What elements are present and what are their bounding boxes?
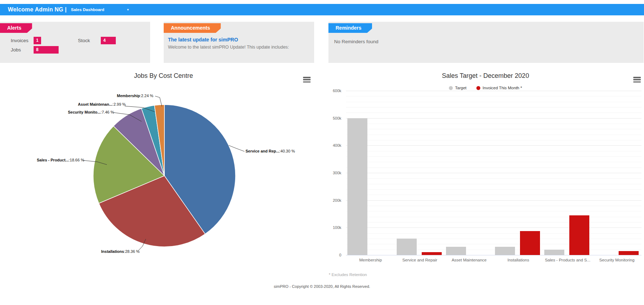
alert-item-stock: Stock 4 — [78, 37, 143, 44]
bar-target-service-and-repair[interactable] — [397, 239, 417, 255]
copyright-text: simPRO - Copyright © 2003-2020, All Righ… — [0, 284, 644, 289]
minor-gridline — [346, 102, 641, 102]
bar-chart-legend: Target Invoiced This Month * — [327, 86, 644, 90]
y-axis-tick-label: 0 — [322, 253, 341, 257]
y-axis-tick-label: 600k — [322, 89, 341, 93]
minor-gridline — [346, 244, 641, 244]
bar-target-installations[interactable] — [495, 247, 515, 255]
minor-gridline — [346, 233, 641, 234]
reminders-panel: Reminders No Reminders found — [328, 22, 644, 63]
bar-target-membership[interactable] — [347, 118, 367, 255]
announcements-panel: Announcements The latest update for simP… — [164, 22, 314, 63]
minor-gridline — [346, 151, 641, 151]
major-gridline — [346, 173, 641, 173]
bar-chart-title: Sales Target - December 2020 — [327, 72, 644, 80]
bar-invoiced-service-and-repair[interactable] — [422, 252, 442, 255]
bar-invoiced-installations[interactable] — [520, 231, 540, 255]
x-axis-label-asset-maintenance: Asset Maintenance — [444, 258, 494, 262]
invoices-count-badge[interactable]: 1 — [34, 37, 41, 44]
jobs-by-cost-centre-pie[interactable] — [93, 104, 236, 247]
alerts-tab: Alerts — [0, 23, 32, 33]
major-gridline — [346, 118, 641, 119]
y-axis-tick-label: 400k — [322, 143, 341, 148]
target-legend-marker — [449, 86, 453, 90]
minor-gridline — [346, 250, 641, 250]
pie-label-membership: Membership:2.24 % — [117, 94, 153, 98]
alert-label-invoices: Invoices — [11, 38, 34, 43]
announcements-tab: Announcements — [164, 23, 221, 33]
pie-label-asset-maintenance: Asset Maintenan...:2.99 % — [78, 102, 126, 106]
invoiced-legend-label: Invoiced This Month * — [482, 86, 522, 90]
major-gridline — [346, 145, 641, 146]
legend-item-target[interactable]: Target — [449, 86, 466, 90]
alert-label-jobs: Jobs — [11, 47, 34, 52]
pie-label-installations: Installations:28.36 % — [101, 249, 140, 254]
pie-label-security-monitoring: Security Monito...:7.46 % — [68, 110, 114, 114]
announcement-link[interactable]: The latest update for simPRO — [168, 37, 238, 42]
alerts-panel: Alerts Invoices 1 Stock 4 Jobs 8 — [0, 22, 150, 63]
minor-gridline — [346, 107, 641, 108]
major-gridline — [346, 200, 641, 201]
y-axis-tick-label: 200k — [322, 198, 341, 202]
x-axis-label-installations: Installations — [493, 258, 543, 262]
minor-gridline — [346, 140, 641, 140]
minor-gridline — [346, 222, 641, 222]
minor-gridline — [346, 206, 641, 206]
minor-gridline — [346, 156, 641, 157]
minor-gridline — [346, 184, 641, 184]
y-axis-tick-label: 100k — [322, 225, 341, 230]
x-axis-line — [346, 255, 641, 255]
pie-label-sales-products: Sales - Product...:18.66 % — [37, 158, 84, 162]
bar-chart-menu-icon[interactable] — [633, 77, 641, 84]
minor-gridline — [346, 239, 641, 239]
bar-invoiced-sales-products-and-s-[interactable] — [569, 215, 589, 255]
x-axis-label-service-and-repair: Service and Repair — [395, 258, 445, 262]
jobs-count-badge[interactable]: 8 — [34, 46, 59, 54]
minor-gridline — [346, 135, 641, 135]
minor-gridline — [346, 189, 641, 190]
pie-chart-menu-icon[interactable] — [303, 77, 311, 84]
minor-gridline — [346, 129, 641, 129]
alert-item-invoices: Invoices 1 — [11, 37, 78, 44]
minor-gridline — [346, 211, 641, 211]
sales-dashboard-page: Welcome Admin NG | Sales Dashboard ▼ Ale… — [0, 0, 644, 305]
reminders-empty-text: No Reminders found — [334, 39, 378, 44]
x-axis-label-security-monitoring: Security Monitoring — [592, 258, 642, 262]
alert-label-stock: Stock — [78, 38, 101, 43]
top-bar: Welcome Admin NG | Sales Dashboard ▼ — [0, 4, 644, 15]
invoiced-legend-marker — [476, 86, 480, 90]
minor-gridline — [346, 96, 641, 96]
dashboard-selector-label: Sales Dashboard — [71, 8, 104, 12]
alert-item-jobs: Jobs 8 — [11, 46, 78, 54]
minor-gridline — [346, 124, 641, 124]
y-axis-tick-label: 500k — [322, 116, 341, 120]
reminders-tab: Reminders — [328, 23, 372, 33]
dashboard-selector[interactable]: Sales Dashboard ▼ — [67, 8, 129, 12]
excludes-retention-note: * Excludes Retention — [329, 272, 367, 277]
bar-target-asset-maintenance[interactable] — [446, 247, 466, 255]
alerts-list: Invoices 1 Stock 4 Jobs 8 — [11, 37, 143, 54]
legend-item-invoiced[interactable]: Invoiced This Month * — [476, 86, 522, 90]
x-axis-label-sales-products-and-s-: Sales - Products and S... — [543, 258, 593, 262]
announcement-body: Welcome to the latest simPRO Update! Thi… — [168, 45, 289, 50]
minor-gridline — [346, 195, 641, 195]
y-axis-tick-label: 300k — [322, 171, 341, 175]
minor-gridline — [346, 112, 641, 113]
minor-gridline — [346, 162, 641, 162]
target-legend-label: Target — [455, 86, 466, 90]
minor-gridline — [346, 178, 641, 179]
major-gridline — [346, 91, 641, 91]
pie-chart-title: Jobs By Cost Centre — [0, 72, 327, 80]
stock-count-badge[interactable]: 4 — [101, 37, 116, 44]
chevron-down-icon: ▼ — [127, 8, 129, 11]
x-axis-label-membership: Membership — [346, 258, 396, 262]
minor-gridline — [346, 168, 641, 168]
bar-invoiced-security-monitoring[interactable] — [619, 251, 639, 255]
welcome-text: Welcome Admin NG | — [8, 6, 67, 13]
bar-target-sales-products-and-s-[interactable] — [544, 250, 564, 255]
major-gridline — [346, 228, 641, 228]
pie-label-service-and-repair: Service and Rep...:40.30 % — [246, 149, 295, 153]
minor-gridline — [346, 217, 641, 217]
